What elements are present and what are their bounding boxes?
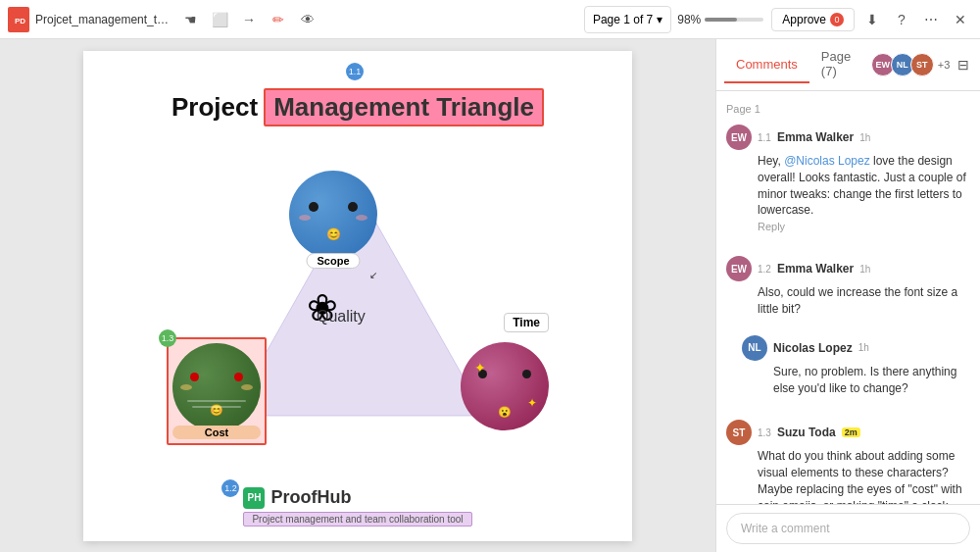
zoom-indicator: 98% [677, 13, 763, 26]
comments-list: Page 1 EW 1.1 Emma Walker 1h Hey, @Nicol… [716, 91, 980, 504]
hand-tool-button[interactable]: ☚ [178, 8, 202, 31]
scope-ball: 😊 Scope ↙ [289, 171, 377, 259]
cost-cheek-right [241, 384, 253, 390]
page-selector[interactable]: Page 1 of 7 ▾ [584, 6, 671, 33]
footer-wrapper: 1.2 PH ProofHub Project management and t… [243, 487, 471, 527]
more-options-button[interactable]: ⋯ [919, 8, 943, 31]
expand-button[interactable]: ⬜ [208, 8, 231, 31]
scope-cheek-left [299, 215, 311, 221]
zoom-bar [705, 18, 763, 22]
time-ball: ✦ ✦ 😮 [461, 342, 549, 430]
reply-button-11[interactable]: Reply [726, 221, 970, 232]
scope-mouth: 😊 [326, 227, 341, 241]
cost-character: 1.3 😊 Cost [167, 337, 267, 445]
comment-marker-11[interactable]: 1.1 [346, 63, 364, 80]
comment-number-12: 1.2 [758, 264, 771, 275]
comment-author-nicolas-1: Nicolas Lopez [773, 341, 853, 355]
comment-text-12-reply: Sure, no problem. Is there anything else… [742, 364, 970, 397]
approve-badge: 0 [830, 13, 844, 26]
comment-time-12-reply: 1h [858, 342, 869, 353]
time-character: Time ✦ ✦ 😮 [461, 342, 549, 430]
comment-group-1: EW 1.1 Emma Walker 1h Hey, @Nicolas Lope… [726, 119, 970, 238]
comment-header-13: ST 1.3 Suzu Toda 2m [726, 420, 970, 445]
page-label: Page 1 [726, 99, 970, 119]
cost-box: 😊 Cost [167, 337, 267, 445]
toolbar-right: Approve 0 ⬇ ? ⋯ ✕ [771, 8, 972, 31]
avatar-suzu: ST [726, 420, 752, 445]
comment-header-11: EW 1.1 Emma Walker 1h [726, 125, 970, 150]
avatar-emma-walker-2: EW [726, 256, 752, 281]
draw-button[interactable]: ✏ [267, 8, 290, 31]
comment-group-2: EW 1.2 Emma Walker 1h Also, could we inc… [726, 250, 970, 402]
comment-group-3: ST 1.3 Suzu Toda 2m What do you think ab… [726, 414, 970, 504]
scope-arrow-icon: ↙ [369, 270, 377, 280]
comment-text-11: Hey, @Nicolas Lopez love the design over… [726, 153, 970, 219]
zoom-value: 98% [677, 13, 701, 26]
toolbar-center: Page 1 of 7 ▾ 98% [584, 6, 763, 33]
comment-text-13: What do you think about adding some visu… [726, 448, 970, 504]
filename: Projcet_management_tria... [35, 13, 172, 26]
comment-time-12: 1h [859, 264, 870, 275]
toolbar-left: PDF Projcet_management_tria... ☚ ⬜ → ✏ 👁 [8, 7, 576, 32]
diagram: 😊 Scope ↙ Quality ❀ 1.3 [162, 141, 554, 475]
comment-marker-13[interactable]: 1.3 [159, 329, 176, 347]
quality-text: Quality [317, 308, 366, 326]
tab-page[interactable]: Page (7) [809, 39, 871, 90]
cost-eye-left [190, 373, 199, 381]
comment-number-11: 1.1 [758, 132, 771, 143]
help-button[interactable]: ? [890, 8, 913, 31]
scope-character: 😊 Scope ↙ [289, 171, 377, 259]
cost-ball: 😊 [172, 343, 261, 431]
close-button[interactable]: ✕ [949, 8, 972, 31]
time-spark1: ✦ [474, 360, 486, 376]
scope-label: Scope [306, 253, 360, 269]
comment-marker-12[interactable]: 1.2 [221, 479, 239, 497]
comment-author-emma-1: Emma Walker [777, 130, 854, 144]
eye-off-button[interactable]: 👁 [296, 8, 319, 31]
chevron-down-icon: ▾ [657, 13, 662, 26]
toolbar: PDF Projcet_management_tria... ☚ ⬜ → ✏ 👁… [0, 0, 980, 39]
avatar-3: ST [910, 53, 934, 76]
avatar-emma-walker-1: EW [726, 125, 752, 150]
canvas: 1.1 Project Management Triangle [0, 39, 715, 552]
document-footer: 1.2 PH ProofHub Project management and t… [243, 487, 471, 527]
page-info: Page 1 of 7 [593, 13, 653, 26]
comment-input[interactable] [726, 513, 970, 544]
ph-icon: PH [243, 487, 265, 509]
comment-author-emma-2: Emma Walker [777, 262, 854, 276]
comment-input-area [716, 504, 980, 552]
sidebar-tabs: Comments Page (7) EW NL ST +3 ⊟ [716, 39, 980, 91]
title-highlight: Management Triangle [264, 88, 544, 126]
comment-thread-11: EW 1.1 Emma Walker 1h Hey, @Nicolas Lope… [726, 119, 970, 238]
cost-line1 [187, 400, 246, 402]
tab-comments[interactable]: Comments [724, 47, 809, 83]
comment-header-12-reply: NL Nicolas Lopez 1h [742, 335, 970, 361]
avatar-nicolas-1: NL [742, 335, 767, 361]
avatar-group: EW NL ST +3 [871, 53, 951, 76]
comment-number-13: 1.3 [758, 427, 771, 438]
proofhub-name: ProofHub [270, 487, 351, 508]
comment-time-13: 2m [842, 427, 860, 437]
comment-thread-13: ST 1.3 Suzu Toda 2m What do you think ab… [726, 414, 970, 504]
filter-button[interactable]: ⊟ [954, 53, 972, 76]
cost-label: Cost [172, 426, 261, 439]
cost-cheek-left [180, 384, 192, 390]
sidebar: Comments Page (7) EW NL ST +3 ⊟ Page 1 E… [715, 39, 980, 552]
forward-button[interactable]: → [237, 8, 261, 31]
time-eye-right [522, 370, 531, 378]
zoom-fill [705, 18, 737, 22]
avatar-extra-count: +3 [938, 59, 951, 71]
time-spark2: ✦ [527, 396, 537, 410]
document-title: Project Management Triangle [172, 88, 544, 126]
scope-eye-left [309, 202, 318, 212]
svg-text:PDF: PDF [15, 17, 25, 25]
file-icon: PDF [8, 7, 29, 32]
mention-nicolas: @Nicolas Lopez [784, 154, 870, 168]
comment-author-suzu: Suzu Toda [777, 426, 836, 439]
download-button[interactable]: ⬇ [860, 8, 884, 31]
proofhub-logo: PH ProofHub [243, 487, 471, 509]
scope-eye-right [348, 202, 358, 212]
cost-eye-right [234, 373, 243, 381]
comment-thread-12: EW 1.2 Emma Walker 1h Also, could we inc… [726, 250, 970, 324]
approve-button[interactable]: Approve 0 [771, 8, 855, 31]
